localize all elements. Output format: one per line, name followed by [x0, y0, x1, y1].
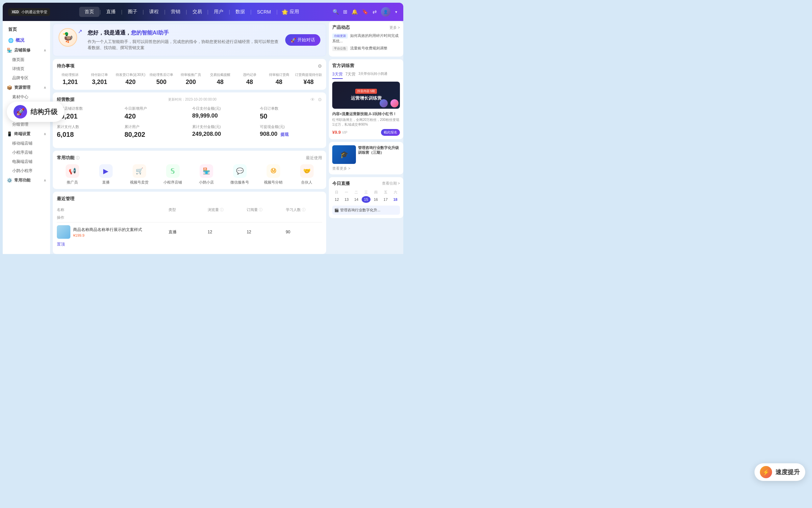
product-news-more[interactable]: 更多 > [389, 25, 400, 30]
cal-day-15[interactable]: 15 [362, 196, 371, 203]
nav-live[interactable]: 直播 [101, 7, 121, 17]
sidebar-item-pcstore[interactable]: 电脑端店铺 [3, 157, 50, 166]
pending-item-payment[interactable]: 待付款订单 3,201 [86, 72, 113, 86]
settings-icon[interactable]: ⚙ [318, 97, 322, 102]
metrics-grid: 今日店铺访客数 30,201 今日新增用户 420 今日支付金额(元) 89,9… [57, 106, 322, 139]
pending-settings-icon[interactable]: ⚙ [318, 63, 322, 69]
news-item-1[interactable]: 功能更新 如何高效的利用碎片时间完成系统... [332, 33, 400, 44]
func-promoter-label: 推广员 [67, 180, 78, 185]
refresh-icon[interactable]: ⇄ [373, 9, 377, 15]
store-icon: 🏪 [7, 48, 12, 53]
pending-item-withdraw[interactable]: 订货商提现待付款 ¥48 [295, 72, 322, 86]
cal-day-12[interactable]: 12 [332, 196, 341, 203]
func-wechat-service[interactable]: 💬 微信服务号 [224, 164, 255, 185]
user-avatar[interactable]: 👤 [381, 7, 390, 17]
orders-info-icon[interactable]: ⓘ [259, 208, 263, 212]
training-price-unit: VIP [342, 131, 347, 134]
func-video-sell[interactable]: 🛒 视频号卖货 [124, 164, 155, 185]
func-ministore[interactable]: 𝕊 小程序店铺 [157, 164, 188, 185]
nav-scrm[interactable]: SCRM [251, 7, 276, 17]
pending-label-ship: 待发货订单(近30天) [116, 72, 145, 77]
row-students: 90 [286, 230, 322, 234]
functions-info-icon[interactable]: ⓘ [76, 155, 80, 161]
training-tab-3day[interactable]: 3天营 [332, 71, 343, 79]
func-video-dist[interactable]: Ⓜ 视频号分销 [258, 164, 289, 185]
product-news-card: 产品动态 更多 > 功能更新 如何高效的利用碎片时间完成系统... 平台公告 流… [329, 21, 403, 57]
pending-item-complaints[interactable]: 待处理投诉 1,201 [57, 72, 84, 86]
cal-day-14[interactable]: 14 [352, 196, 361, 203]
row-type: 直播 [168, 229, 205, 235]
product-name: 商品名称商品名称单行展示的文案样式 [73, 227, 142, 233]
sidebar-group-functions[interactable]: ⚙️ 常用功能 ∧ [3, 175, 50, 185]
training-info2: 管理咨询行业数字化升级训练营（三期） [358, 145, 400, 164]
func-xqstore[interactable]: 🏪 小鹊小店 [191, 164, 222, 185]
bell-icon[interactable]: 🔔 [352, 9, 358, 15]
pending-item-ship[interactable]: 待发货订单(近30天) 420 [116, 72, 145, 86]
training-enroll-btn[interactable]: 截此报名 [381, 129, 400, 136]
sidebar-item-brand[interactable]: 品牌专区 [3, 73, 50, 83]
withdraw-link[interactable]: 提现 [280, 132, 289, 137]
training-header: 官方训练营 [332, 63, 400, 69]
func-live[interactable]: ▶ 直播 [90, 164, 121, 185]
sidebar-group-resource[interactable]: 📦 资源管理 ∧ [3, 83, 50, 92]
sidebar-group-store[interactable]: 🏪 店铺装修 ∧ [3, 45, 50, 55]
floating-upgrade-badge[interactable]: 🚀 结构升级 [7, 102, 64, 122]
views-info-icon[interactable]: ⓘ [220, 208, 224, 212]
sidebar-item-micropage[interactable]: 微页面 [3, 55, 50, 64]
see-more-link[interactable]: 查看更多 > [332, 166, 400, 171]
functions-label: 常用功能 [57, 155, 74, 161]
nav-circle[interactable]: 圈子 [122, 7, 143, 17]
training-tabs: 3天营 7天营 3天带你玩转小鹊通 [332, 71, 400, 79]
sidebar-item-miniprogram[interactable]: 小程序店铺 [3, 148, 50, 157]
news-item-2[interactable]: 平台公告 流量账号收费规则调整 [332, 46, 400, 51]
metric-orders: 今日订单数 50 [260, 106, 322, 120]
cal-day-16[interactable]: 16 [371, 196, 380, 203]
pending-item-reminder[interactable]: 交易拉截提醒 48 [207, 72, 233, 86]
cal-day-18[interactable]: 18 [391, 196, 400, 203]
metric-totalamt-label: 累计支付金额(元) [192, 124, 254, 129]
pending-item-aftersale[interactable]: 待处理售后订单 500 [148, 72, 175, 86]
cal-day-13[interactable]: 13 [342, 196, 351, 203]
layout-icon[interactable]: ⊞ [343, 9, 347, 15]
pending-item-promoter[interactable]: 待审核推广员 200 [177, 72, 204, 86]
pending-item-violation[interactable]: 违约记录 48 [236, 72, 263, 86]
recent-label: 最近使用 [306, 155, 322, 161]
students-info-icon[interactable]: ⓘ [302, 208, 306, 212]
sidebar-item-detail[interactable]: 详情页 [3, 64, 50, 73]
pending-items: 待处理投诉 1,201 待付款订单 3,201 待发货订单(近30天) 420 … [57, 72, 322, 86]
sidebar-group-terminal[interactable]: 📱 终端设置 ∧ [3, 129, 50, 139]
ai-start-btn[interactable]: 🚀 开始对话 [285, 34, 320, 46]
brand-area[interactable]: XED 小鹊通运营学堂 [8, 8, 50, 16]
nav-marketing[interactable]: 营销 [165, 7, 186, 17]
live-see-history[interactable]: 查看往期 > [382, 181, 400, 186]
chevron-down-icon[interactable]: ▼ [394, 10, 398, 14]
ai-arrow-icon: ↗ [78, 28, 82, 35]
brand-xed-label: XED [11, 10, 20, 14]
metrics-time: 更新时间：2023-10-20 00:00:00 [168, 97, 217, 102]
nav-user[interactable]: 用户 [208, 7, 229, 17]
func-partner[interactable]: 🤝 合伙人 [291, 164, 322, 185]
training-tab-special[interactable]: 3天带你玩转小鹊通 [358, 71, 387, 79]
sidebar-item-mobile[interactable]: 移动端店铺 [3, 139, 50, 148]
metric-totalamt: 累计支付金额(元) 249,208.00 [192, 124, 254, 139]
search-icon[interactable]: 🔍 [333, 9, 339, 15]
cal-day-17[interactable]: 17 [381, 196, 390, 203]
nav-app[interactable]: 🌟 应用 [277, 7, 303, 17]
sidebar-item-material[interactable]: 素材中心 [3, 92, 50, 102]
metric-withdrawable-value: 908.00 提现 [260, 131, 322, 137]
cal-label-mon: 一 [342, 189, 351, 195]
nav-trade[interactable]: 交易 [187, 7, 207, 17]
eye-icon[interactable]: 👁 [310, 97, 315, 102]
sidebar-overview[interactable]: 🌐 概况 [3, 35, 50, 45]
pending-item-supplier[interactable]: 待审核订货商 48 [266, 72, 292, 86]
nav-course[interactable]: 课程 [144, 7, 164, 17]
cal-label-wed: 三 [362, 189, 371, 195]
row-action-top[interactable]: 置顶 [57, 241, 166, 247]
nav-home[interactable]: 首页 [79, 7, 99, 17]
bookmark-icon[interactable]: 🔖 [362, 9, 368, 15]
col-students: 学习人数 ⓘ [286, 207, 322, 212]
sidebar-item-xqmini[interactable]: 小鹊小程序 [3, 166, 50, 175]
nav-data[interactable]: 数据 [230, 7, 250, 17]
func-promoter[interactable]: 📢 推广员 [57, 164, 88, 185]
training-tab-7day[interactable]: 7天营 [345, 71, 356, 79]
